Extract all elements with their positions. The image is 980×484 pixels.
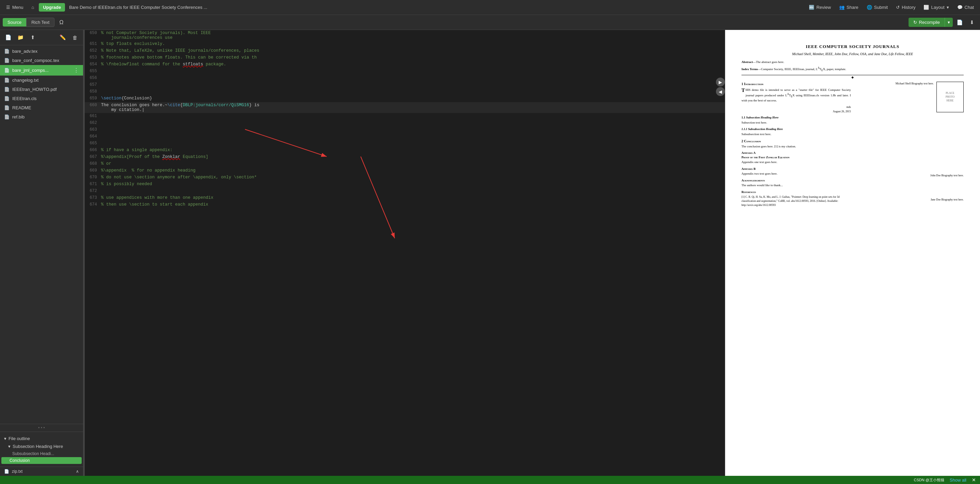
file-icon: 📄: [4, 58, 10, 63]
nav-left-arrow[interactable]: ◀: [716, 87, 725, 96]
code-line: 658: [85, 89, 725, 95]
code-line: 650 % not Computer Society journals). Mo…: [85, 30, 725, 41]
sidebar-toolbar: 📄 📁 ⬆ ✏️ 🗑: [0, 30, 83, 45]
richtext-button[interactable]: Rich Text: [26, 18, 54, 27]
file-item-active[interactable]: 📄 bare_jrnl_comps... ⋮: [0, 65, 83, 76]
share-icon: 👥: [839, 5, 845, 10]
status-close-button[interactable]: ✕: [972, 477, 976, 482]
new-file-button[interactable]: 📄: [3, 32, 14, 43]
preview-two-col: 1 Introduction THIS demo file is intende…: [741, 82, 964, 207]
code-line: 657: [85, 82, 725, 89]
acknowledgments-header: Acknowledgments: [741, 178, 851, 183]
sidebar: 📄 📁 ⬆ ✏️ 🗑 📄 bare_adv.tex 📄 bare_conf_co…: [0, 30, 83, 476]
nav-history[interactable]: ↺ History: [892, 3, 919, 12]
layout-icon: ⬜: [924, 5, 929, 10]
code-line: 669 %\appendix % for no appendix heading: [85, 167, 725, 174]
file-item[interactable]: 📄 README: [0, 103, 83, 112]
preview-authors: Michael Shell, Member, IEEE, John Doe, F…: [741, 52, 964, 56]
file-item[interactable]: 📄 IEEEtran.cls: [0, 94, 83, 103]
code-line: 655: [85, 68, 725, 75]
outline-item-conclusion[interactable]: Conclusion: [2, 457, 82, 464]
acknowledgments-body: The authors would like to thank...: [741, 183, 851, 188]
toolbar: Source Rich Text Ω ↻ Recompile ▾ 📄 ⬇: [0, 15, 980, 30]
nav-home[interactable]: ⌂: [28, 3, 38, 12]
delete-button[interactable]: 🗑: [69, 32, 80, 43]
outline-header[interactable]: ▾ File outline: [0, 435, 83, 443]
code-line: 662: [85, 120, 725, 127]
code-line: 654 % \fnbelowfloat command for the stfl…: [85, 61, 725, 68]
new-folder-button[interactable]: 📁: [15, 32, 26, 43]
nav-menu[interactable]: ☰ Menu: [3, 3, 27, 12]
file-item[interactable]: 📄 ref.bib: [0, 112, 83, 121]
file-icon: 📄: [4, 68, 10, 73]
file-item[interactable]: 📄 IEEEtran_HOWTO.pdf: [0, 85, 83, 94]
recompile-dropdown-button[interactable]: ▾: [945, 18, 953, 27]
code-line-660: 660 The conclusion goes here.~\cite{DBLP…: [85, 102, 725, 113]
upload-button[interactable]: ⬆: [27, 32, 38, 43]
editor-nav-arrows: ▶ ◀: [716, 78, 725, 96]
file-icon: 📄: [4, 87, 10, 92]
top-nav: ☰ Menu ⌂ Upgrade Bare Demo of IEEEtran.c…: [0, 0, 980, 15]
file-item[interactable]: 📄 bare_adv.tex: [0, 47, 83, 56]
main-area: 📄 📁 ⬆ ✏️ 🗑 📄 bare_adv.tex 📄 bare_conf_co…: [0, 30, 980, 476]
edit-button[interactable]: ✏️: [57, 32, 68, 43]
preview-panel[interactable]: IEEE Computer Society Journals Michael S…: [725, 30, 980, 476]
code-line: 670 % do not use \section anymore after …: [85, 174, 725, 181]
nav-submit[interactable]: 🌐 Submit: [863, 3, 891, 12]
preview-divider: ◆: [741, 75, 964, 80]
code-line: 674 % then use \section to start each ap…: [85, 202, 725, 208]
code-line: 665: [85, 140, 725, 147]
outline-chevron-icon: ▾: [4, 436, 6, 441]
outline-sub-chevron-icon: ▾: [8, 444, 11, 449]
zip-file-icon: 📄: [4, 469, 9, 474]
code-line: 664: [85, 134, 725, 140]
preview-col-left: 1 Introduction THIS demo file is intende…: [741, 82, 851, 207]
nav-chat[interactable]: 💬 Chat: [954, 3, 977, 12]
file-item[interactable]: 📄 changelog.txt: [0, 76, 83, 85]
nav-layout[interactable]: ⬜ Layout ▾: [920, 3, 952, 12]
subsection-11-header: 1.1 Subsection Heading Here: [741, 115, 851, 120]
show-all-button[interactable]: Show all: [950, 478, 966, 482]
file-icon: 📄: [4, 49, 10, 54]
document-title: Bare Demo of IEEEtran.cls for IEEE Compu…: [66, 5, 804, 10]
menu-label: Menu: [12, 5, 24, 10]
code-editor[interactable]: 650 % not Computer Society journals). Mo…: [85, 30, 725, 476]
menu-icon: ☰: [6, 5, 10, 10]
omega-button[interactable]: Ω: [56, 17, 67, 28]
photo-box: PLACEPHOTOHERE: [937, 82, 964, 112]
file-item[interactable]: 📄 bare_conf_compsoc.tex: [0, 56, 83, 65]
outline-subheader[interactable]: ▾ Subsection Heading Here: [0, 443, 83, 450]
preview-abstract: Abstract—The abstract goes here.: [741, 60, 964, 64]
nav-share[interactable]: 👥 Share: [836, 3, 862, 12]
references-header: References: [741, 190, 851, 194]
file-icon: 📄: [4, 96, 10, 101]
bio-michael: Michael Shell Biography text here. PLACE…: [854, 82, 964, 112]
preview-content: IEEE Computer Society Journals Michael S…: [725, 30, 980, 221]
outline-item-subsubsection[interactable]: Subsubsection Headi...: [0, 450, 83, 457]
code-line: 663: [85, 127, 725, 134]
download-icon-button[interactable]: ⬇: [966, 17, 977, 28]
code-line: 666 % if have a single appendix:: [85, 147, 725, 154]
code-line: 671 % is possibly needed: [85, 181, 725, 188]
file-icon: 📄: [4, 78, 10, 83]
file-menu-icon[interactable]: ⋮: [73, 67, 79, 73]
document-icon-button[interactable]: 📄: [954, 17, 965, 28]
nav-right-arrow[interactable]: ▶: [716, 78, 725, 86]
source-button[interactable]: Source: [3, 18, 26, 27]
section-2-body: The conclusion goes here. [1] is my cita…: [741, 144, 851, 149]
bottom-close-icon[interactable]: ∧: [76, 469, 79, 474]
preview-index: Index Terms—Computer Society, IEEE, IEEE…: [741, 66, 964, 72]
appendix-a-body: Appendix one text goes here.: [741, 160, 851, 165]
nav-review[interactable]: 🔤 Review: [805, 3, 834, 12]
bio-jane: Jane Doe Biography text here.: [854, 198, 964, 202]
section-1-header: 1 Introduction: [741, 82, 851, 86]
appendix-b-body: Appendix two text goes here.: [741, 172, 851, 176]
collapse-icon: • • •: [38, 425, 45, 430]
preview-col-right: Michael Shell Biography text here. PLACE…: [854, 82, 964, 207]
editor-area: 650 % not Computer Society journals). Mo…: [85, 30, 725, 476]
sidebar-collapse[interactable]: • • •: [0, 424, 83, 431]
recompile-button[interactable]: ↻ Recompile: [908, 18, 945, 27]
nav-upgrade[interactable]: Upgrade: [39, 3, 65, 11]
bottom-bar: 📄 zip.txt ∧: [0, 466, 83, 476]
file-outline: ▾ File outline ▾ Subsection Heading Here…: [0, 431, 83, 466]
